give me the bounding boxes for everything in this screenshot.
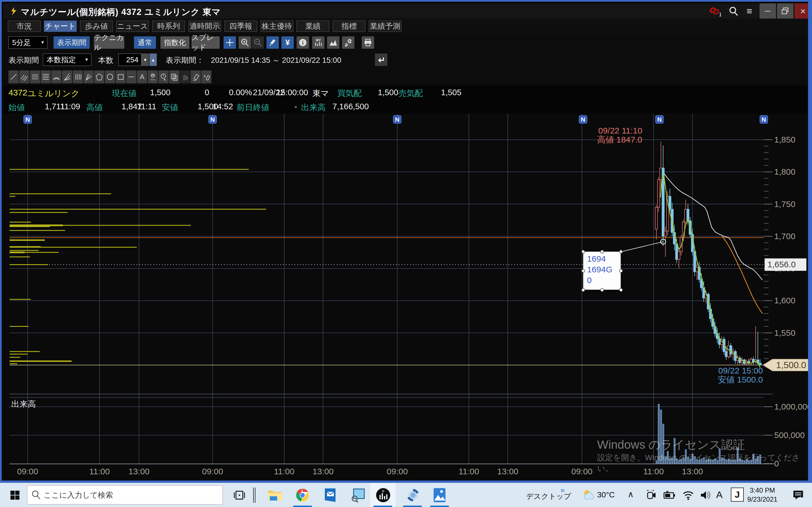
clock-date: 9/23/2021	[746, 495, 779, 504]
ma-line	[722, 236, 762, 314]
file-explorer-icon[interactable]	[266, 487, 284, 504]
chrome-icon[interactable]	[294, 487, 311, 504]
windows-taskbar: ここに入力して検索 R » デス	[0, 483, 812, 507]
candle	[696, 267, 698, 272]
weather-icon[interactable]	[580, 487, 598, 504]
windows-activation-watermark: Windows のライセンス認証	[597, 437, 745, 453]
svg-text:500,000: 500,000	[774, 431, 805, 440]
svg-text:13:00: 13:00	[312, 467, 334, 476]
tray-chevron-up-icon[interactable]: ∧	[627, 489, 634, 499]
candle	[655, 207, 658, 229]
svg-text:N: N	[762, 116, 766, 123]
candle	[727, 346, 730, 356]
ime-mode-indicator[interactable]: J	[731, 488, 744, 502]
svg-text:出来高: 出来高	[11, 399, 36, 408]
selection-handle[interactable]	[581, 269, 585, 273]
selection-handle[interactable]	[619, 288, 623, 292]
taskbar-clock[interactable]: 3:40 PM 9/23/2021	[746, 486, 779, 504]
candle	[660, 168, 662, 180]
svg-text:N: N	[395, 116, 400, 123]
svg-text:11:00: 11:00	[89, 467, 110, 476]
running-indicator-active	[373, 506, 392, 507]
meet-now-icon[interactable]	[642, 487, 660, 504]
svg-text:09/22 15:00: 09/22 15:00	[718, 366, 763, 375]
svg-text:高値 1847.0: 高値 1847.0	[597, 135, 642, 144]
svg-text:13:00: 13:00	[497, 467, 518, 476]
desktop-label[interactable]: デスクトップ	[526, 492, 571, 501]
task-view-button[interactable]	[231, 487, 248, 504]
battery-icon[interactable]	[661, 487, 678, 504]
svg-text:安値 1500.0: 安値 1500.0	[718, 375, 763, 384]
start-button[interactable]	[6, 487, 24, 504]
wifi-icon[interactable]	[679, 487, 697, 504]
svg-text:09/22 11:10: 09/22 11:10	[598, 126, 642, 135]
drawing-callout-box[interactable]: 1694 1694G 0	[583, 251, 621, 290]
running-indicator	[293, 506, 312, 507]
candle	[664, 231, 666, 236]
svg-text:1,600: 1,600	[774, 296, 795, 305]
svg-text:11:00: 11:00	[274, 467, 295, 476]
ime-letter-indicator[interactable]: A	[716, 489, 723, 500]
candle	[684, 209, 687, 222]
snip-tool-icon[interactable]	[349, 487, 367, 504]
candle	[658, 180, 660, 207]
trading-app-window: マルチツール(個別銘柄) 4372 ユミルリンク 東マ 1 ≡ ─ × 市況チャ…	[0, 0, 812, 483]
candle	[752, 359, 755, 362]
svg-text:13:00: 13:00	[128, 467, 149, 476]
svg-text:1,500.0: 1,500.0	[776, 360, 806, 370]
window-right-border	[808, 2, 812, 485]
svg-text:09:00: 09:00	[202, 467, 223, 476]
selection-handle[interactable]	[619, 269, 623, 273]
svg-text:1,550: 1,550	[774, 328, 795, 337]
selection-handle[interactable]	[581, 288, 585, 292]
candle	[669, 196, 671, 209]
trading-app-icon[interactable]: R	[374, 487, 392, 504]
running-indicator	[403, 506, 422, 507]
photos-app-icon[interactable]	[431, 487, 448, 504]
search-icon	[31, 490, 41, 500]
callout-line-2: 1694G	[587, 265, 612, 274]
svg-text:09:00: 09:00	[17, 467, 38, 476]
mail-app-icon[interactable]	[321, 487, 339, 504]
svg-text:11:00: 11:00	[459, 467, 479, 476]
clock-time: 3:40 PM	[746, 486, 779, 495]
temperature-label[interactable]: 30°C	[597, 490, 615, 499]
selection-handle[interactable]	[581, 250, 585, 253]
action-center-icon[interactable]	[790, 487, 807, 504]
ma-line	[660, 174, 760, 368]
svg-text:09:00: 09:00	[571, 467, 592, 476]
taskbar-search-input[interactable]: ここに入力して検索	[27, 485, 223, 504]
taskbar-separator	[255, 488, 255, 503]
chart-canvas[interactable]: 1,8501,8001,7501,7001,6501,6001,5501,500…	[2, 2, 812, 485]
callout-line-3: 0	[587, 276, 592, 285]
svg-text:N: N	[210, 116, 215, 123]
taskbar-separator	[253, 488, 254, 503]
svg-text:1,700: 1,700	[774, 231, 795, 241]
svg-text:09:00: 09:00	[387, 467, 408, 476]
candle	[730, 346, 732, 354]
svg-text:1,800: 1,800	[774, 167, 795, 176]
svg-text:1,656.0: 1,656.0	[767, 260, 796, 269]
svg-text:N: N	[657, 116, 662, 123]
selection-handle[interactable]	[600, 288, 604, 292]
svg-text:1,000,000: 1,000,000	[774, 402, 812, 411]
running-indicator	[430, 506, 449, 507]
windows-activation-watermark-sub: 設定を開き、Windows のライセンス認証を行ってください。	[597, 452, 812, 474]
svg-text:N: N	[581, 116, 585, 123]
svg-text:1,750: 1,750	[774, 200, 795, 209]
sync-app-icon[interactable]	[404, 487, 422, 504]
svg-text:R: R	[382, 490, 384, 493]
svg-text:1,850: 1,850	[774, 135, 795, 144]
candle	[725, 351, 727, 356]
screen: マルチツール(個別銘柄) 4372 ユミルリンク 東マ 1 ≡ ─ × 市況チャ…	[0, 0, 812, 507]
svg-text:N: N	[26, 116, 30, 123]
candle	[678, 252, 680, 260]
search-placeholder: ここに入力して検索	[44, 490, 113, 500]
volume-icon[interactable]	[697, 487, 714, 504]
selection-handle[interactable]	[600, 250, 604, 253]
candle	[675, 244, 678, 260]
selection-handle[interactable]	[619, 250, 623, 253]
callout-line-1: 1694	[587, 254, 606, 264]
